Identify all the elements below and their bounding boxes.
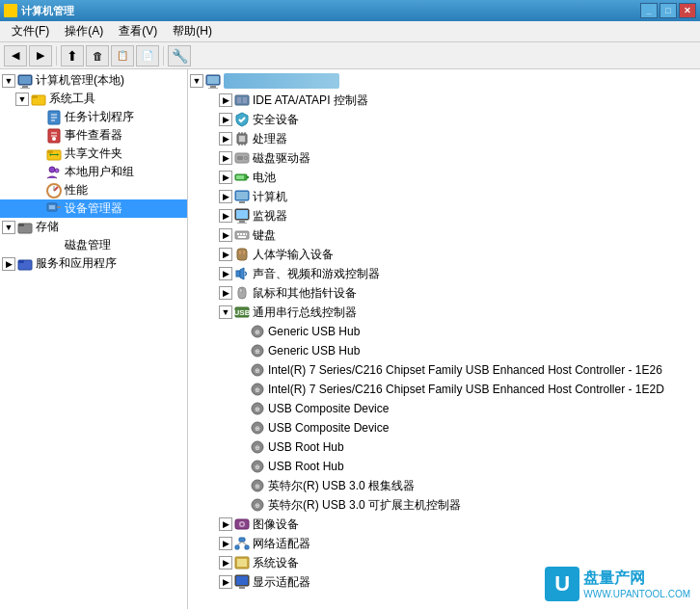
svg-line-103 (242, 542, 247, 545)
right-item-usb-root[interactable]: ▼ USB 通用串行总线控制器 (188, 303, 700, 322)
tree-device-manager[interactable]: 设备管理器 (0, 199, 187, 218)
intel-usb3-hub-label: 英特尔(R) USB 3.0 根集线器 (268, 478, 415, 494)
ide-toggle[interactable]: ▶ (219, 93, 232, 107)
right-item-intel-usb3-hub[interactable]: ⊕ 英特尔(R) USB 3.0 根集线器 (188, 476, 700, 495)
battery-toggle[interactable]: ▶ (219, 171, 232, 184)
right-item-generic-hub-2[interactable]: ⊕ Generic USB Hub (188, 341, 700, 360)
ide-icon (234, 93, 250, 108)
computer-toggle[interactable]: ▶ (219, 190, 232, 203)
right-item-disk[interactable]: ▶ 磁盘驱动器 (188, 148, 700, 168)
right-root[interactable]: ▼ (188, 71, 700, 91)
tree-disk-management[interactable]: 磁盘管理 (0, 236, 187, 254)
tree-system-tools[interactable]: ▼ 系统工具 (0, 90, 187, 108)
hid-toggle[interactable]: ▶ (219, 248, 232, 261)
mouse-label: 鼠标和其他指针设备 (253, 285, 357, 302)
right-item-sound[interactable]: ▶ 声音、视频和游戏控制器 (188, 264, 700, 283)
right-item-intel-usb-1e26[interactable]: ⊕ Intel(R) 7 Series/C216 Chipset Family … (188, 360, 700, 380)
right-item-monitor[interactable]: ▶ 监视器 (188, 206, 700, 225)
back-button[interactable]: ◀ (4, 45, 27, 66)
maximize-button[interactable]: □ (660, 3, 677, 18)
help-button[interactable]: 📄 (136, 45, 159, 66)
properties-button[interactable]: 📋 (111, 45, 134, 66)
right-item-ide[interactable]: ▶ IDE ATA/ATAPI 控制器 (188, 91, 700, 110)
storage-toggle[interactable]: ▼ (2, 221, 15, 234)
delete-button[interactable]: 🗑 (86, 45, 109, 66)
tree-event-viewer[interactable]: 事件查看器 (0, 126, 187, 145)
hid-icon (234, 247, 250, 262)
help-menu[interactable]: 帮助(H) (165, 21, 220, 41)
svg-rect-67 (237, 249, 247, 260)
view-menu[interactable]: 查看(V) (111, 21, 165, 41)
tree-task-scheduler[interactable]: 任务计划程序 (0, 108, 187, 126)
network-toggle[interactable]: ▶ (219, 537, 232, 550)
services-toggle[interactable]: ▶ (2, 257, 15, 271)
right-item-usb-root-hub-1[interactable]: ⊕ USB Root Hub (188, 437, 700, 457)
svg-rect-38 (243, 97, 247, 103)
left-tree: ▼ 计算机管理(本地) ▼ (0, 69, 187, 275)
display-toggle[interactable]: ▶ (219, 575, 232, 589)
mouse-toggle[interactable]: ▶ (219, 286, 232, 300)
system-tools-toggle[interactable]: ▼ (15, 93, 29, 106)
svg-rect-24 (57, 206, 61, 208)
right-item-generic-hub-1[interactable]: ⊕ Generic USB Hub (188, 322, 700, 341)
usb-root-hub-2-icon: ⊕ (250, 459, 265, 474)
right-item-battery[interactable]: ▶ 电池 (188, 168, 700, 187)
processor-label: 处理器 (253, 131, 287, 147)
storage-label: 存储 (36, 219, 59, 235)
svg-rect-70 (236, 271, 240, 277)
ide-label: IDE ATA/ATAPI 控制器 (253, 93, 368, 109)
forward-button[interactable]: ▶ (29, 45, 52, 66)
monitor-toggle[interactable]: ▶ (219, 209, 232, 223)
tree-services[interactable]: ▶ 服务和应用程序 (0, 254, 187, 273)
right-item-hid[interactable]: ▶ 人体学输入设备 (188, 245, 700, 264)
tree-performance[interactable]: 性能 (0, 181, 187, 199)
right-item-usb-root-hub-2[interactable]: ⊕ USB Root Hub (188, 457, 700, 476)
processor-toggle[interactable]: ▶ (219, 132, 232, 146)
system-devices-toggle[interactable]: ▶ (219, 556, 232, 569)
right-root-toggle[interactable]: ▼ (190, 74, 203, 88)
action-menu[interactable]: 操作(A) (57, 21, 111, 41)
right-item-usb-composite-2[interactable]: ⊕ USB Composite Device (188, 418, 700, 437)
title-bar-buttons: _ □ ✕ (640, 3, 696, 18)
security-toggle[interactable]: ▶ (219, 113, 232, 126)
right-item-computer[interactable]: ▶ 计算机 (188, 187, 700, 206)
right-item-keyboard[interactable]: ▶ 键盘 (188, 225, 700, 245)
right-item-intel-usb3-host[interactable]: ⊕ 英特尔(R) USB 3.0 可扩展主机控制器 (188, 495, 700, 515)
file-menu[interactable]: 文件(F) (4, 21, 57, 41)
root-toggle[interactable]: ▼ (2, 74, 15, 88)
system-tools-icon (31, 92, 46, 107)
tree-storage[interactable]: ▼ 存储 (0, 218, 187, 236)
svg-rect-63 (240, 233, 242, 235)
tree-root-computer-manage[interactable]: ▼ 计算机管理(本地) (0, 71, 187, 90)
right-item-processor[interactable]: ▶ 处理器 (188, 129, 700, 148)
keyboard-toggle[interactable]: ▶ (219, 228, 232, 242)
right-item-mouse[interactable]: ▶ 鼠标和其他指针设备 (188, 283, 700, 303)
imaging-toggle[interactable]: ▶ (219, 517, 232, 531)
usb-root-toggle[interactable]: ▼ (219, 305, 232, 319)
close-button[interactable]: ✕ (679, 3, 696, 18)
watermark-url: WWW.UPANTOOL.COM (583, 589, 690, 599)
svg-rect-55 (236, 192, 248, 199)
up-button[interactable]: ⬆ (61, 45, 84, 66)
right-item-imaging[interactable]: ▶ 图像设备 (188, 515, 700, 534)
watermark-site-name: 盘量产网 (583, 569, 690, 589)
svg-rect-108 (239, 587, 245, 589)
refresh-button[interactable]: 🔧 (168, 45, 191, 66)
usb-composite-2-label: USB Composite Device (268, 421, 389, 435)
right-item-network[interactable]: ▶ 网络适配器 (188, 534, 700, 553)
keyboard-icon (234, 227, 250, 243)
svg-text:⊕: ⊕ (255, 463, 260, 470)
svg-point-18 (55, 169, 59, 172)
minimize-button[interactable]: _ (640, 3, 658, 18)
svg-rect-100 (235, 545, 239, 549)
sound-toggle[interactable]: ▶ (219, 267, 232, 280)
network-icon (234, 536, 250, 551)
watermark-logo-box: U (545, 567, 579, 601)
tree-local-users[interactable]: 本地用户和组 (0, 163, 187, 181)
tree-shared-folders[interactable]: ⟷ 共享文件夹 (0, 145, 187, 163)
right-item-usb-composite-1[interactable]: ⊕ USB Composite Device (188, 399, 700, 418)
right-item-intel-usb-1e2d[interactable]: ⊕ Intel(R) 7 Series/C216 Chipset Family … (188, 380, 700, 399)
right-item-security[interactable]: ▶ 安全设备 (188, 110, 700, 129)
task-label: 任务计划程序 (65, 109, 134, 125)
disk-toggle[interactable]: ▶ (219, 151, 232, 165)
